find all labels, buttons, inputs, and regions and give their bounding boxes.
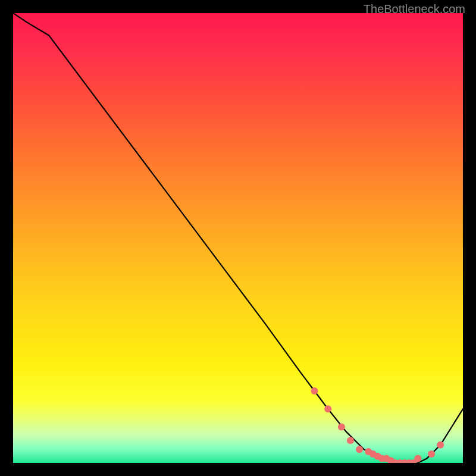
highlight-dots bbox=[311, 387, 444, 463]
highlight-dot bbox=[437, 441, 444, 449]
chart-svg bbox=[13, 13, 463, 463]
plot-area bbox=[13, 13, 463, 463]
highlight-dot bbox=[428, 450, 435, 458]
watermark-text: TheBottleneck.com bbox=[364, 2, 465, 16]
highlight-dot bbox=[356, 446, 363, 453]
highlight-dot bbox=[311, 387, 318, 394]
bottleneck-curve bbox=[13, 13, 463, 463]
highlight-dot bbox=[414, 455, 421, 462]
highlight-dot bbox=[347, 437, 354, 444]
highlight-dot bbox=[324, 405, 331, 412]
highlight-dot bbox=[338, 424, 345, 431]
